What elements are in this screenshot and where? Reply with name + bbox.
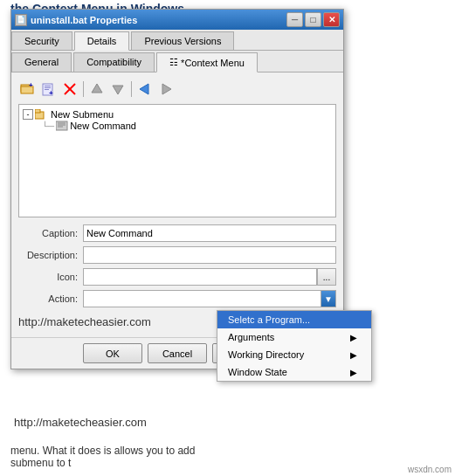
tabs-row2: General Compatibility ☷ *Context Menu [11, 51, 343, 72]
title-bar: 📄 uninstall.bat Properties ─ □ ✕ [11, 10, 343, 30]
icon-browse-button[interactable]: ... [317, 268, 336, 286]
svg-marker-11 [113, 86, 123, 94]
minimize-button[interactable]: ─ [286, 12, 303, 27]
dialog-icon: 📄 [15, 14, 27, 26]
ctx-item-select-program[interactable]: Seletc a Program... [217, 311, 371, 328]
context-menu: Seletc a Program... Arguments ▶ Working … [217, 310, 372, 382]
tab-previous-versions[interactable]: Previous Versions [131, 31, 234, 50]
ctx-item-window-state[interactable]: Window State ▶ [217, 363, 371, 381]
tree-connector: └─ [42, 121, 54, 131]
icon-row: Icon: ... [18, 268, 336, 286]
tabs-row1: Security Details Previous Versions [11, 30, 343, 51]
action-label: Action: [18, 293, 78, 304]
caption-row: Caption: [18, 224, 336, 242]
svg-rect-4 [45, 86, 51, 86]
delete-button[interactable] [60, 79, 79, 99]
caption-label: Caption: [18, 228, 78, 238]
tree-child-item[interactable]: └─ New Command [42, 121, 332, 131]
ctx-arrow-arguments: ▶ [350, 333, 357, 342]
tab-details[interactable]: Details [74, 31, 130, 51]
icon-input[interactable] [83, 268, 317, 286]
close-button[interactable]: ✕ [323, 12, 340, 27]
description-row: Description: [18, 246, 336, 264]
add-submenu-button[interactable]: + [18, 79, 38, 99]
tab-general[interactable]: General [11, 52, 72, 72]
wsxdn-watermark: wsxdn.com [408, 465, 452, 474]
description-input[interactable] [83, 246, 336, 264]
toolbar: + + [18, 79, 336, 99]
tree-view[interactable]: - New Submenu └─ New Command [18, 104, 336, 217]
title-bar-text: 📄 uninstall.bat Properties [15, 14, 137, 26]
ctx-arrow-window-state: ▶ [350, 368, 357, 377]
title-controls: ─ □ ✕ [286, 12, 340, 27]
tree-expand-icon[interactable]: - [23, 109, 33, 120]
add-command-button[interactable]: + [39, 79, 59, 99]
tree-root-item[interactable]: - New Submenu [23, 108, 332, 121]
ctx-arrow-working-directory: ▶ [350, 350, 357, 360]
action-input-group: ▼ [83, 290, 336, 307]
move-down-button[interactable] [108, 79, 128, 99]
ok-button[interactable]: OK [83, 343, 142, 363]
toolbar-separator-2 [131, 81, 132, 97]
action-dropdown-button[interactable]: ▼ [321, 290, 336, 307]
svg-text:+: + [29, 81, 33, 89]
toolbar-separator-1 [83, 81, 84, 97]
move-out-button[interactable] [156, 79, 176, 99]
tree-root-label: New Submenu [51, 109, 114, 120]
tab-context-menu[interactable]: ☷ *Context Menu [156, 52, 258, 72]
dialog-body: + + [11, 72, 343, 337]
caption-input[interactable] [83, 224, 336, 242]
article-url: http://maketecheasier.com [14, 412, 147, 432]
maximize-button[interactable]: □ [305, 12, 321, 27]
move-up-button[interactable] [87, 79, 107, 99]
description-label: Description: [18, 250, 78, 260]
tree-child-label: New Command [70, 121, 136, 131]
svg-text:+: + [49, 89, 53, 97]
svg-rect-5 [45, 87, 51, 88]
action-row: Action: ▼ [18, 290, 336, 307]
move-in-button[interactable] [135, 79, 155, 99]
svg-marker-13 [162, 84, 171, 94]
svg-marker-12 [140, 84, 148, 94]
tab-compatibility[interactable]: Compatibility [73, 52, 155, 72]
svg-marker-10 [92, 84, 102, 93]
ctx-item-working-directory[interactable]: Working Directory ▶ [217, 346, 371, 363]
ctx-item-arguments[interactable]: Arguments ▶ [217, 328, 371, 346]
cancel-button[interactable]: Cancel [148, 343, 207, 363]
action-input[interactable] [83, 290, 321, 307]
tab-security[interactable]: Security [11, 31, 72, 50]
icon-input-group: ... [83, 268, 336, 286]
article-bottom-text: menu. What it does is allows you to add … [10, 445, 229, 469]
svg-rect-15 [35, 109, 40, 113]
icon-label: Icon: [18, 272, 78, 282]
